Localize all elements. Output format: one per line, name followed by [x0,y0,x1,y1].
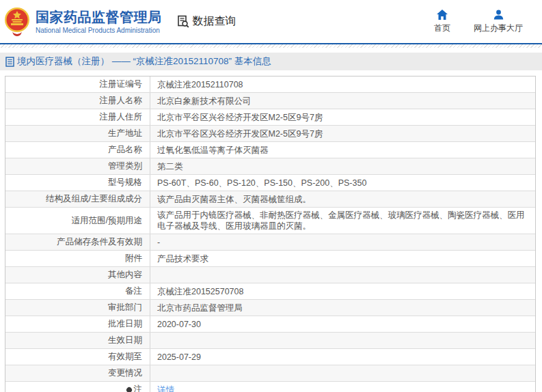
row-value: 北京市平谷区兴谷经济开发区M2-5区9号7房 [150,126,535,141]
home-icon [437,9,448,20]
table-row: 结构及组成/主要组成成分该产品由灭菌器主体、灭菌器械筐组成。 [5,191,535,207]
row-label: 生产地址 [5,126,150,141]
table-row: 附件产品技术要求 [5,250,535,266]
row-value: 京械注准20152570708 [150,283,535,299]
row-label: 批准日期 [5,316,150,332]
table-row: 审批部门北京市药品监督管理局 [5,299,535,316]
document-icon [5,57,14,67]
table-row: 注册人住所北京市平谷区兴谷经济开发区M2-5区9号7房 [5,109,535,125]
table-row: 管理类别第二类 [5,158,535,174]
table-row: 生产地址北京市平谷区兴谷经济开发区M2-5区9号7房 [5,125,535,141]
row-label: 产品储存条件及有效期 [5,234,150,250]
row-label: 生效日期 [5,333,150,348]
row-value: 过氧化氢低温等离子体灭菌器 [150,142,535,158]
row-label: 注 [5,382,150,392]
page-title: 境内医疗器械（注册） —— “京械注准20152110708” 基本信息 [17,55,271,68]
data-query-label: 数据查询 [193,14,236,29]
row-label: 型号规格 [5,175,150,191]
page-title-bar: 境内医疗器械（注册） —— “京械注准20152110708” 基本信息 [0,53,542,70]
row-value: 京械注准20152110708 [150,76,535,92]
table-row: 型号规格PS-60T、PS-60、PS-120、PS-150、PS-200、PS… [5,174,535,191]
national-emblem-logo [4,7,30,38]
row-label: 有效期至 [5,349,150,365]
row-label: 注册证编号 [5,76,150,92]
row-value: PS-60T、PS-60、PS-120、PS-150、PS-200、PS-350 [150,175,535,191]
nav-item-service-hall[interactable]: 网上办事大厅 [474,9,523,34]
row-label: 产品名称 [5,142,150,158]
note-icon [125,386,133,392]
row-value: 北京白象新技术有限公司 [150,93,535,109]
row-label: 结构及组成/主要组成成分 [5,191,150,207]
row-value: 2020-07-30 [150,316,535,332]
table-row: 其他内容 [5,266,535,283]
table-row: 注册人名称北京白象新技术有限公司 [5,92,535,109]
row-label: 附件 [5,251,150,266]
document-search-icon [177,15,190,28]
row-value: 2025-07-29 [150,349,535,365]
person-icon [493,9,504,20]
row-label: 变更情况 [5,365,150,381]
site-header: 国家药品监督管理局 National Medical Products Admi… [0,0,542,43]
nav-item-label: 网上办事大厅 [474,23,523,34]
nav-item-home[interactable]: 首页 [434,9,450,34]
row-label: 注册人住所 [5,109,150,125]
table-row: 生效日期 [5,332,535,348]
header-nav: 首页 网上办事大厅 [434,9,523,34]
info-table: 注册证编号京械注准20152110708注册人名称北京白象新技术有限公司注册人住… [5,76,536,392]
row-value: - [150,234,535,250]
row-value: 详情 [150,382,535,392]
org-name-cn: 国家药品监督管理局 [36,10,162,25]
table-row: 备注京械注准20152570708 [5,283,535,299]
row-label: 注册人名称 [5,93,150,109]
details-link[interactable]: 详情 [157,384,174,392]
table-row: 注详情 [5,381,535,392]
brand-block: 国家药品监督管理局 National Medical Products Admi… [36,10,162,34]
row-value [150,267,535,283]
table-row: 有效期至2025-07-29 [5,348,535,365]
table-row: 变更情况 [5,365,535,381]
row-value: 产品技术要求 [150,251,535,266]
row-label: 其他内容 [5,267,150,283]
row-value: 第二类 [150,158,535,174]
row-label: 管理类别 [5,158,150,174]
row-label: 备注 [5,283,150,299]
row-value: 该产品用于内镜医疗器械、非耐热医疗器械、金属医疗器械、玻璃医疗器械、陶瓷医疗器械… [150,208,535,234]
row-value: 北京市药品监督管理局 [150,300,535,316]
data-query-section: 数据查询 [177,14,236,29]
table-row: 注册证编号京械注准20152110708 [5,76,535,92]
row-value: 该产品由灭菌器主体、灭菌器械筐组成。 [150,191,535,207]
table-row: 产品储存条件及有效期- [5,234,535,250]
row-value [150,333,535,348]
row-value: 北京市平谷区兴谷经济开发区M2-5区9号7房 [150,109,535,125]
row-label: 审批部门 [5,300,150,316]
table-row: 产品名称过氧化氢低温等离子体灭菌器 [5,141,535,158]
table-row: 批准日期2020-07-30 [5,316,535,332]
row-value [150,365,535,381]
row-label: 适用范围/预期用途 [5,208,150,234]
nav-item-label: 首页 [434,23,450,34]
table-row: 适用范围/预期用途该产品用于内镜医疗器械、非耐热医疗器械、金属医疗器械、玻璃医疗… [5,207,535,234]
org-name-en: National Medical Products Administration [36,27,162,34]
